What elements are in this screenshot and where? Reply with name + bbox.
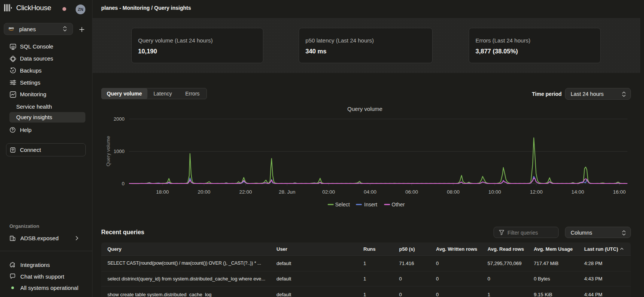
svg-text:14:00: 14:00: [571, 189, 584, 195]
svg-text:20:00: 20:00: [198, 189, 211, 195]
svg-text:08:00: 08:00: [447, 189, 460, 195]
svg-text:22:00: 22:00: [239, 189, 252, 195]
svg-text:06:00: 06:00: [406, 189, 418, 195]
svg-text:28. Jun: 28. Jun: [279, 189, 295, 195]
svg-text:Select: Select: [335, 202, 350, 208]
svg-text:2000: 2000: [114, 116, 125, 122]
svg-text:10:00: 10:00: [488, 189, 501, 195]
svg-text:Other: Other: [392, 202, 405, 208]
svg-text:12:00: 12:00: [530, 189, 543, 195]
svg-text:Insert: Insert: [364, 202, 377, 208]
svg-text:18:00: 18:00: [156, 189, 169, 195]
svg-text:02:00: 02:00: [322, 189, 335, 195]
svg-text:16:00: 16:00: [613, 189, 626, 195]
svg-text:Query volume: Query volume: [347, 106, 382, 112]
svg-text:1000: 1000: [114, 148, 125, 154]
svg-text:Query volume: Query volume: [105, 136, 111, 167]
svg-text:0: 0: [122, 181, 125, 186]
svg-text:04:00: 04:00: [364, 189, 377, 195]
